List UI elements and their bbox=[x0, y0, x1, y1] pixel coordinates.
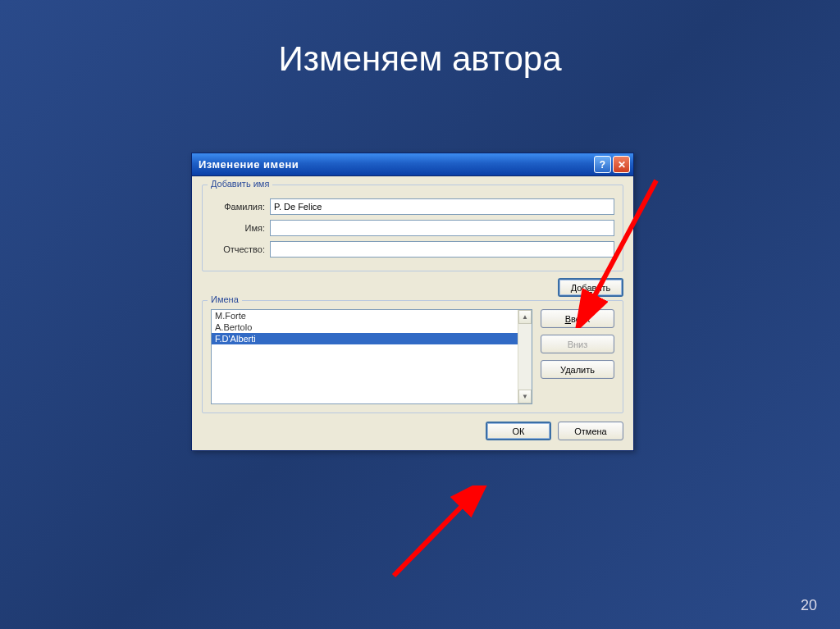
surname-label: Фамилия: bbox=[211, 202, 270, 212]
edit-name-dialog: Изменение имени ? ✕ Добавить имя Фамилия… bbox=[191, 153, 634, 451]
arrow-annotation-icon bbox=[386, 485, 500, 584]
list-item[interactable]: M.Forte bbox=[212, 310, 518, 321]
svg-line-1 bbox=[394, 500, 468, 576]
cancel-button[interactable]: Отмена bbox=[558, 422, 623, 440]
scroll-up-icon[interactable]: ▲ bbox=[518, 310, 532, 324]
add-button[interactable]: Добавить bbox=[558, 278, 623, 297]
middle-input[interactable] bbox=[270, 241, 614, 258]
names-group: Имена M.ForteA.BertoloF.D'Alberti ▲ ▼ Вв… bbox=[202, 300, 623, 413]
titlebar-text: Изменение имени bbox=[199, 158, 594, 171]
scroll-down-icon[interactable]: ▼ bbox=[518, 390, 532, 403]
slide-number: 20 bbox=[801, 597, 817, 614]
down-button[interactable]: Вниз bbox=[541, 335, 614, 353]
help-icon[interactable]: ? bbox=[594, 156, 611, 173]
slide-title: Изменяем автора bbox=[0, 0, 840, 79]
add-name-group: Добавить имя Фамилия: Имя: Отчество: bbox=[202, 185, 623, 271]
up-button[interactable]: Вверх bbox=[541, 309, 614, 328]
ok-button[interactable]: ОК bbox=[486, 422, 551, 440]
listbox-scrollbar[interactable]: ▲ ▼ bbox=[518, 310, 532, 403]
middle-label: Отчество: bbox=[211, 244, 270, 254]
list-item[interactable]: A.Bertolo bbox=[212, 321, 518, 333]
add-name-legend: Добавить имя bbox=[208, 179, 272, 189]
close-icon[interactable]: ✕ bbox=[613, 156, 630, 173]
list-item[interactable]: F.D'Alberti bbox=[212, 333, 518, 344]
titlebar[interactable]: Изменение имени ? ✕ bbox=[192, 153, 633, 176]
name-input[interactable] bbox=[270, 220, 614, 236]
delete-button[interactable]: Удалить bbox=[541, 360, 614, 379]
names-legend: Имена bbox=[208, 294, 242, 304]
surname-input[interactable] bbox=[270, 198, 614, 215]
names-listbox[interactable]: M.ForteA.BertoloF.D'Alberti ▲ ▼ bbox=[211, 309, 532, 404]
name-label: Имя: bbox=[211, 223, 270, 233]
